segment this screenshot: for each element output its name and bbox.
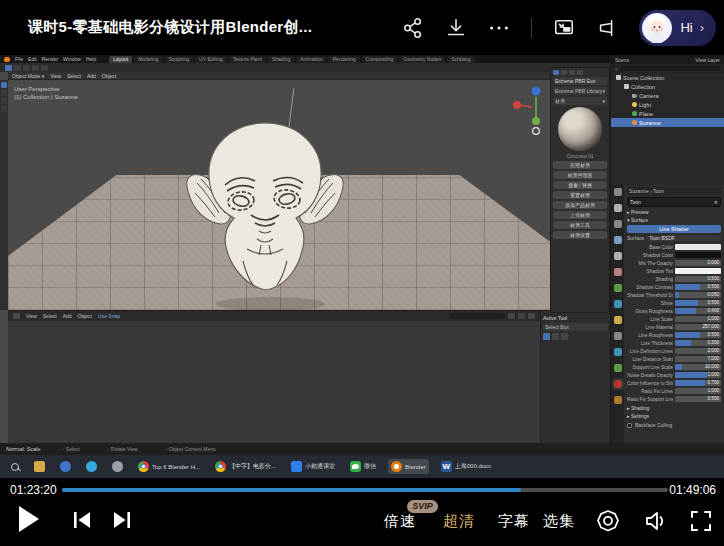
view-layer-selector[interactable]: View Layer [695, 57, 720, 63]
cast-icon[interactable] [596, 17, 618, 39]
filter-icon[interactable]: ▿ [615, 66, 618, 72]
workspace-tab-texture-paint[interactable]: Texture Paint [229, 56, 266, 63]
property-slider[interactable]: 0.500 [675, 396, 721, 402]
viewport-menu-add[interactable]: Add [87, 73, 96, 79]
workspace-tab-shading[interactable]: Shading [268, 56, 294, 63]
next-episode-button[interactable] [111, 509, 133, 531]
workspace-tab-uv-editing[interactable]: UV Editing [195, 56, 227, 63]
outliner-item-plane[interactable]: Plane [611, 109, 724, 118]
pbr-button[interactable]: 应用材质 [553, 161, 607, 169]
progress-bar[interactable] [62, 488, 668, 492]
properties-tab-icon[interactable] [614, 364, 622, 372]
workspace-tab-scripting[interactable]: Scripting [447, 56, 474, 63]
workspace-tab-modeling[interactable]: Modeling [134, 56, 162, 63]
workspace-tab-compositing[interactable]: Compositing [362, 56, 398, 63]
tool-button[interactable] [32, 65, 39, 71]
taskbar-item-小鹅通课堂[interactable]: 小鹅通课堂 [288, 459, 338, 474]
surface-section-header[interactable]: ▾ Surface [627, 217, 721, 223]
active-tool-icon[interactable] [5, 65, 12, 71]
editor-menu-select[interactable]: Select [43, 313, 57, 319]
pbr-button[interactable]: 材质设置 [553, 231, 607, 239]
properties-tab-icon[interactable] [614, 236, 622, 244]
property-slider[interactable]: 0.500 [675, 276, 721, 282]
tool-button[interactable] [23, 65, 30, 71]
properties-tab-icon[interactable] [614, 316, 622, 324]
properties-tab-icon[interactable] [614, 300, 622, 308]
workspace-tab-layout[interactable]: Layout [109, 56, 132, 63]
taskbar-item--中字-电影分-[interactable]: 【中字】电影分... [212, 459, 279, 474]
editor-menu-object[interactable]: Object [78, 313, 92, 319]
color-swatch[interactable] [675, 244, 721, 250]
properties-tab-icon[interactable] [614, 348, 622, 356]
blender-menu-help[interactable]: Help [86, 56, 96, 62]
property-slider[interactable]: 1.000 [675, 372, 721, 378]
taskbar-item-top-6-blender-h-[interactable]: Top 6 Blender H... [135, 459, 203, 474]
property-slider[interactable]: 10.000 [675, 364, 721, 370]
workspace-tab-animation[interactable]: Animation [296, 56, 326, 63]
preview-section-header[interactable]: ▸ Preview [627, 209, 721, 215]
taskbar-item[interactable] [31, 459, 48, 474]
workspace-tab-sculpting[interactable]: Sculpting [165, 56, 194, 63]
tool-icon[interactable] [552, 333, 559, 340]
editor-menu-view[interactable]: View [26, 313, 37, 319]
outliner-item-collection[interactable]: Collection [611, 82, 724, 91]
material-preview-sphere[interactable] [558, 107, 602, 151]
editor-menu-add[interactable]: Add [63, 313, 72, 319]
viewport-menu-object-mode[interactable]: Object Mode ▾ [12, 73, 44, 79]
account-button[interactable]: Hi › [639, 10, 716, 46]
material-name-field[interactable]: Toon✕ [627, 197, 721, 207]
tool-icon[interactable] [543, 333, 550, 340]
subtitles-button[interactable]: 字幕 [498, 512, 530, 531]
property-slider[interactable]: 0.050 [675, 292, 721, 298]
properties-tab-icon[interactable] [614, 220, 622, 228]
pbr-tab-icon[interactable] [569, 70, 575, 75]
pbr-button[interactable]: 材质工具 [553, 221, 607, 229]
scene-selector[interactable]: Scene [615, 57, 629, 63]
pbr-tab-icon[interactable] [561, 70, 567, 75]
color-swatch[interactable] [675, 252, 721, 258]
playback-speed-button[interactable]: 倍速 [384, 512, 416, 531]
outliner-item-scene-collection[interactable]: Scene Collection [611, 73, 724, 82]
property-slider[interactable]: 0.700 [675, 380, 721, 386]
property-slider[interactable]: 257.000 [675, 324, 721, 330]
select-tool-button[interactable] [1, 82, 7, 88]
taskbar-item[interactable] [57, 459, 74, 474]
rotate-tool-button[interactable] [1, 106, 7, 112]
pbr-tab-icon[interactable] [577, 70, 583, 75]
pbr-button[interactable]: 搜索 / 替换 [553, 181, 607, 189]
color-swatch[interactable] [675, 268, 721, 274]
pbr-library-select[interactable]: Extreme PBR Library▾ [553, 87, 607, 95]
properties-tab-icon[interactable] [614, 380, 622, 388]
properties-tab-icon[interactable] [614, 268, 622, 276]
pbr-button[interactable]: 材质管理器 [553, 171, 607, 179]
viewport-menu-view[interactable]: View [50, 73, 61, 79]
episodes-button[interactable]: 选集 [543, 512, 575, 531]
more-options-icon[interactable] [488, 17, 510, 39]
property-slider[interactable]: 0.300 [675, 340, 721, 346]
play-button[interactable] [19, 506, 39, 532]
pbr-tab-icon[interactable] [553, 70, 559, 75]
move-tool-button[interactable] [1, 98, 7, 104]
pbr-button[interactable]: 上传材质 [553, 211, 607, 219]
blender-menu-window[interactable]: Window [63, 56, 81, 62]
blender-menu-edit[interactable]: Edit [28, 56, 37, 62]
properties-tab-icon[interactable] [614, 252, 622, 260]
property-slider[interactable]: 0.400 [675, 308, 721, 314]
blender-menu-render[interactable]: Render [42, 56, 58, 62]
collapsed-section[interactable]: ▸ Shading [627, 405, 721, 411]
property-slider[interactable]: 1.000 [675, 388, 721, 394]
taskbar-item-blender[interactable]: Blender [388, 459, 429, 474]
editor-search-input[interactable] [449, 313, 505, 319]
collapsed-section[interactable]: ▸ Settings [627, 413, 721, 419]
use-snap-toggle[interactable]: Use Snap [98, 313, 120, 319]
properties-tab-icon[interactable] [614, 188, 622, 196]
download-icon[interactable] [445, 17, 467, 39]
property-slider[interactable]: 1.000 [675, 316, 721, 322]
workspace-tab-geometry-nodes[interactable]: Geometry Nodes [399, 56, 445, 63]
fullscreen-icon[interactable] [690, 510, 712, 532]
blender-menu-file[interactable]: File [15, 56, 23, 62]
taskbar-item[interactable] [8, 461, 22, 473]
record-icon[interactable] [596, 509, 620, 533]
volume-icon[interactable] [643, 509, 667, 533]
quality-button[interactable]: 超清 [443, 512, 475, 531]
